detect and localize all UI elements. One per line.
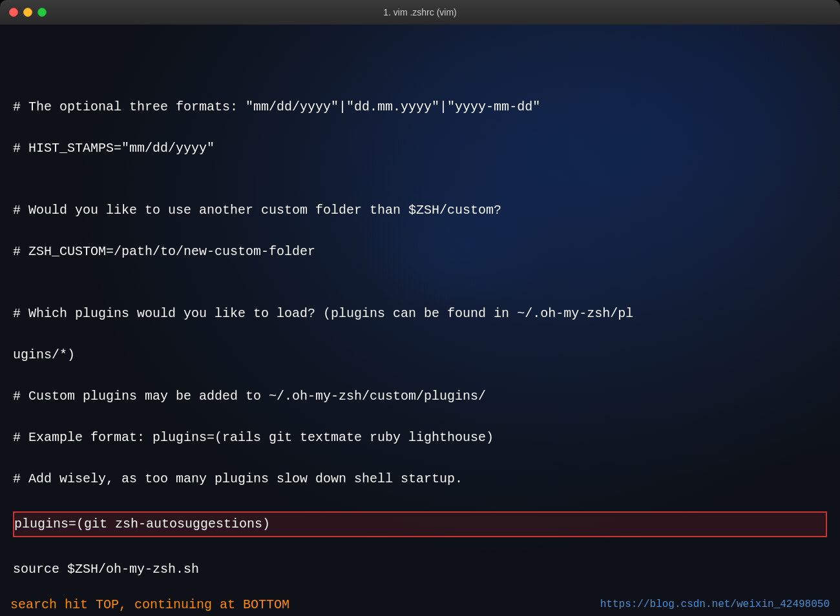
window-title: 1. vim .zshrc (vim) <box>383 7 457 17</box>
code-line: # Would you like to use another custom f… <box>13 200 827 221</box>
code-line: # The optional three formats: "mm/dd/yyy… <box>13 97 827 118</box>
code-line: source $ZSH/oh-my-zsh.sh <box>13 559 827 580</box>
highlighted-code-line: plugins=(git zsh-autosuggestions) <box>13 511 827 537</box>
code-line: ugins/*) <box>13 345 827 365</box>
code-line: # Example format: plugins=(rails git tex… <box>13 427 827 448</box>
close-button[interactable] <box>9 8 18 17</box>
code-line: # Add wisely, as too many plugins slow d… <box>13 469 827 489</box>
empty-line <box>13 601 827 616</box>
maximize-button[interactable] <box>37 8 47 17</box>
code-line: # Which plugins would you like to load? … <box>13 303 827 324</box>
code-line: # HIST_STAMPS="mm/dd/yyyy" <box>13 138 827 159</box>
empty-line <box>13 180 827 200</box>
empty-line <box>13 539 827 559</box>
editor-area[interactable]: # The optional three formats: "mm/dd/yyy… <box>0 25 840 616</box>
code-line: # Custom plugins may be added to ~/.oh-m… <box>13 386 827 407</box>
title-bar: 1. vim .zshrc (vim) <box>0 0 840 25</box>
traffic-lights <box>9 8 47 17</box>
code-line: # ZSH_CUSTOM=/path/to/new-custom-folder <box>13 241 827 262</box>
empty-line <box>13 283 827 303</box>
minimize-button[interactable] <box>23 8 32 17</box>
code-content: # The optional three formats: "mm/dd/yyy… <box>0 25 840 616</box>
